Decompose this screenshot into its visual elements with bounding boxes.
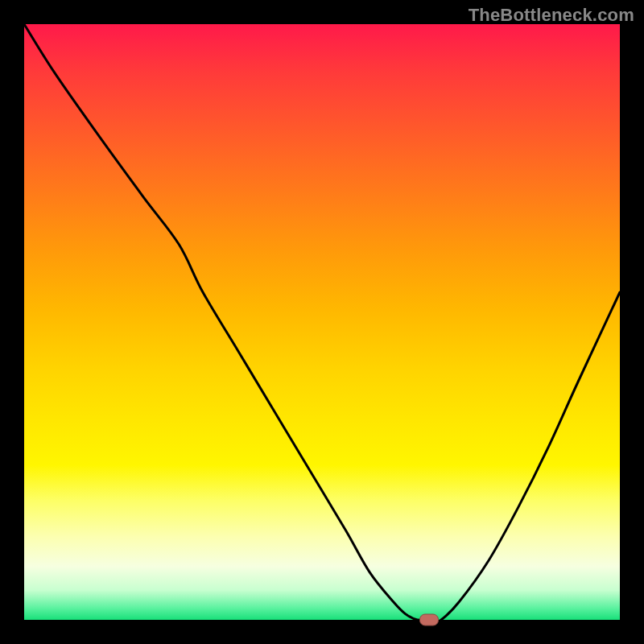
plot-area: [24, 24, 620, 620]
bottleneck-curve-line: [24, 24, 620, 621]
chart-frame: TheBottleneck.com: [0, 0, 644, 644]
watermark-text: TheBottleneck.com: [469, 5, 634, 26]
curve-svg: [24, 24, 620, 620]
minimum-marker: [419, 614, 439, 626]
